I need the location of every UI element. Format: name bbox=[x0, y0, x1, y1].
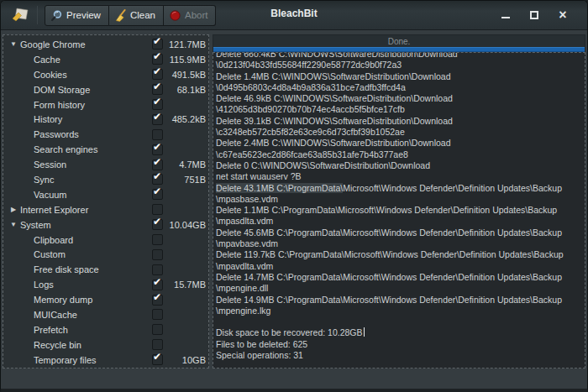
log-line: \c3248eb572cb5f82e63ce9c6d73cfbf39b1052a… bbox=[216, 127, 585, 138]
tree-item-checkbox[interactable]: ✔ bbox=[152, 114, 163, 125]
cleaner-tree[interactable]: ▼ Google Chrome ✔ 121.7MB Cache ✔ 115.9M… bbox=[3, 34, 209, 368]
log-line: Delete 39.1kB C:\WINDOWS\SoftwareDistrib… bbox=[216, 116, 585, 127]
tree-row[interactable]: Cookies ✔ 491.5kB bbox=[3, 67, 208, 82]
preview-button[interactable]: Preview bbox=[45, 5, 109, 26]
tree-item-checkbox[interactable] bbox=[152, 309, 163, 320]
text-cursor bbox=[364, 327, 365, 337]
tree-item-label: System bbox=[20, 220, 152, 230]
maximize-button[interactable] bbox=[520, 6, 549, 24]
tree-row[interactable]: Memory dump ✔ bbox=[3, 292, 208, 307]
tree-item-label: Logs bbox=[20, 280, 152, 290]
tree-item-checkbox[interactable]: ✔ bbox=[152, 189, 163, 200]
tree-row[interactable]: Logs ✔ 15.7MB bbox=[3, 277, 208, 292]
tree-row[interactable]: Prefetch bbox=[3, 322, 208, 337]
log-line: Delete 0 C:\WINDOWS\SoftwareDistribution… bbox=[216, 160, 585, 171]
tree-row[interactable]: History ✔ 485.2kB bbox=[3, 112, 208, 127]
log-line: Files to be deleted: 625 bbox=[216, 339, 585, 350]
tree-item-checkbox[interactable]: ✔ bbox=[152, 219, 163, 230]
tree-item-checkbox[interactable] bbox=[152, 129, 163, 140]
tree-item-label: Custom bbox=[20, 249, 152, 259]
tree-item-label: MUICache bbox=[20, 310, 152, 320]
log-line: net start wuauserv ?B bbox=[216, 171, 585, 182]
tree-row[interactable]: Vacuum ✔ bbox=[3, 187, 208, 202]
tree-row[interactable]: MUICache bbox=[3, 307, 208, 322]
tree-item-label: Google Chrome bbox=[20, 39, 152, 50]
tree-item-checkbox[interactable]: ✔ bbox=[152, 354, 163, 365]
tree-item-checkbox[interactable] bbox=[152, 234, 163, 245]
tree-item-label: DOM Storage bbox=[20, 85, 152, 95]
tree-row[interactable]: Sync ✔ 751B bbox=[3, 172, 208, 187]
clean-button-label: Clean bbox=[130, 10, 155, 20]
close-button[interactable]: × bbox=[549, 6, 577, 24]
log-line: Delete 14.9MB C:\ProgramData\Microsoft\W… bbox=[216, 295, 585, 306]
tree-row[interactable]: Recycle bin bbox=[3, 337, 208, 353]
expander-icon[interactable]: ▼ bbox=[8, 221, 18, 228]
progress-bar: Done. bbox=[213, 34, 585, 52]
tree-item-size: 10.04GB bbox=[167, 220, 206, 230]
tree-row[interactable]: ▶ Internet Explorer bbox=[3, 202, 208, 217]
clean-button[interactable]: Clean bbox=[109, 5, 164, 26]
tree-item-label: Cache bbox=[20, 55, 152, 65]
tree-item-label: Passwords bbox=[20, 129, 152, 139]
main-content: ▼ Google Chrome ✔ 121.7MB Cache ✔ 115.9M… bbox=[1, 30, 587, 368]
tree-item-size: 121.7MB bbox=[167, 39, 206, 50]
log-line: Delete 660.4kB C:\WINDOWS\SoftwareDistri… bbox=[216, 52, 585, 60]
tree-row[interactable]: Clipboard bbox=[3, 233, 208, 248]
tree-item-checkbox[interactable] bbox=[152, 249, 163, 260]
tree-item-checkbox[interactable]: ✔ bbox=[152, 144, 163, 155]
tree-item-checkbox[interactable] bbox=[152, 264, 163, 275]
header-bar: Preview Clean bbox=[1, 1, 587, 30]
tree-item-label: Form history bbox=[20, 100, 152, 110]
log-line: Delete 119.7kB C:\ProgramData\Microsoft\… bbox=[216, 249, 585, 260]
tree-item-label: Temporary files bbox=[20, 355, 152, 365]
tree-item-size: 68.1kB bbox=[167, 85, 206, 95]
log-line: Disk space to be recovered: 10.28GB bbox=[216, 327, 585, 338]
tree-item-checkbox[interactable]: ✔ bbox=[152, 69, 163, 80]
tree-row[interactable]: Form history ✔ bbox=[3, 97, 208, 112]
expander-icon[interactable]: ▼ bbox=[8, 40, 18, 48]
tree-item-size: 10GB bbox=[167, 355, 206, 365]
minimize-button[interactable] bbox=[491, 6, 520, 24]
tree-row[interactable]: DOM Storage ✔ 68.1kB bbox=[3, 82, 208, 97]
maximize-icon bbox=[530, 11, 538, 19]
bleachbit-window: Preview Clean bbox=[0, 0, 588, 392]
tree-row[interactable]: Custom bbox=[3, 247, 208, 262]
tree-item-label: Recycle bin bbox=[20, 340, 152, 350]
expander-icon[interactable]: ▶ bbox=[8, 206, 18, 213]
tree-item-checkbox[interactable]: ✔ bbox=[152, 99, 163, 110]
tree-row[interactable]: Free disk space bbox=[3, 262, 208, 277]
log-line: \mpasbase.vdm bbox=[216, 194, 585, 205]
tree-row[interactable]: Search engines ✔ bbox=[3, 142, 208, 157]
tree-item-checkbox[interactable]: ✔ bbox=[152, 84, 163, 95]
progress-fill bbox=[213, 47, 585, 52]
tree-item-checkbox[interactable] bbox=[152, 204, 163, 215]
tree-row[interactable]: Passwords bbox=[3, 127, 208, 142]
tree-row[interactable]: Session ✔ 4.7MB bbox=[3, 157, 208, 172]
log-line: \412065d3bd90270b70b74ec4accb5f5bfce17cf… bbox=[216, 104, 585, 115]
tree-item-label: Free disk space bbox=[20, 264, 152, 274]
log-lines: Delete 660.4kB C:\WINDOWS\SoftwareDistri… bbox=[213, 52, 585, 361]
tree-item-checkbox[interactable]: ✔ bbox=[152, 295, 163, 306]
tree-item-checkbox[interactable]: ✔ bbox=[152, 159, 163, 170]
tree-item-checkbox[interactable] bbox=[152, 324, 163, 335]
tree-item-checkbox[interactable]: ✔ bbox=[152, 39, 163, 50]
log-line: \mpasdlta.vdm bbox=[216, 216, 585, 227]
tree-item-checkbox[interactable] bbox=[152, 339, 163, 350]
tree-item-label: Search engines bbox=[20, 144, 152, 154]
log-line: \mpavbase.vdm bbox=[216, 238, 585, 249]
tree-item-checkbox[interactable]: ✔ bbox=[152, 280, 163, 290]
log-line: Delete 43.1MB C:\ProgramData\Microsoft\W… bbox=[216, 183, 585, 194]
tree-row[interactable]: Cache ✔ 115.9MB bbox=[3, 52, 208, 67]
tree-row[interactable]: ▼ Google Chrome ✔ 121.7MB bbox=[3, 37, 208, 52]
log-line: Delete 1.4MB C:\WINDOWS\SoftwareDistribu… bbox=[216, 71, 585, 82]
tree-item-checkbox[interactable]: ✔ bbox=[152, 54, 163, 65]
log-output[interactable]: Delete 660.4kB C:\WINDOWS\SoftwareDistri… bbox=[213, 52, 585, 368]
tree-item-label: Sync bbox=[20, 175, 152, 185]
abort-button[interactable]: Abort bbox=[164, 5, 217, 26]
abort-button-label: Abort bbox=[185, 10, 208, 20]
tree-row[interactable]: Temporary files ✔ 10GB bbox=[3, 353, 208, 368]
tree-item-checkbox[interactable]: ✔ bbox=[152, 174, 163, 185]
tree-item-size: 491.5kB bbox=[167, 70, 206, 80]
tree-row[interactable]: ▼ System ✔ 10.04GB bbox=[3, 217, 208, 233]
magnifier-icon bbox=[50, 9, 63, 22]
